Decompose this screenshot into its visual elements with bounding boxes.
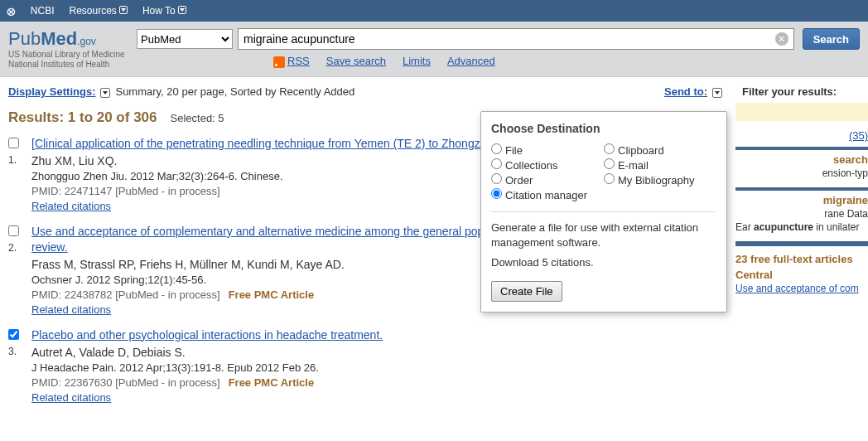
result-number: 1. [8, 154, 31, 166]
rss-icon [273, 56, 285, 68]
display-summary-text: Summary, 20 per page, Sorted by Recently… [115, 85, 354, 98]
resources-menu[interactable]: Resources [70, 5, 128, 17]
result-number: 2. [8, 242, 31, 254]
send-to-panel: Choose Destination File Collections Orde… [480, 111, 727, 313]
result-title-link[interactable]: Placebo and other psychological interact… [31, 328, 383, 342]
logo-subtitle-1: US National Library of Medicine [8, 50, 137, 60]
howto-menu[interactable]: How To [142, 5, 186, 17]
choose-destination-heading: Choose Destination [491, 122, 716, 135]
search-button[interactable]: Search [803, 28, 860, 50]
limits-link[interactable]: Limits [403, 55, 431, 67]
filter-results-label: Filter your results: [727, 85, 860, 98]
result-checkbox[interactable] [8, 225, 19, 236]
sidebar-line: ension-typ [735, 167, 868, 179]
free-pmc-badge: Free PMC Article [229, 376, 315, 389]
related-citations-link[interactable]: Related citations [31, 200, 111, 212]
chevron-down-icon [178, 6, 186, 14]
save-search-link[interactable]: Save search [326, 55, 386, 67]
related-citations-link[interactable]: Related citations [31, 391, 111, 404]
free-pmc-badge: Free PMC Article [229, 288, 315, 301]
dest-file[interactable]: File [491, 143, 604, 157]
dest-citation-manager[interactable]: Citation manager [491, 188, 604, 201]
sidebar-line[interactable]: Use and acceptance of com [735, 283, 868, 294]
sidebar-search-heading: search [735, 147, 868, 166]
result-checkbox[interactable] [8, 138, 19, 148]
ncbi-logo-icon: ⊗ [7, 2, 16, 20]
filter-highlight [735, 103, 868, 121]
dest-mybibliography[interactable]: My Bibliography [604, 173, 716, 187]
send-to-link[interactable]: Send to: [664, 85, 707, 98]
logo-subtitle-2: National Institutes of Health [8, 60, 137, 70]
dest-collections[interactable]: Collections [491, 158, 604, 172]
advanced-link[interactable]: Advanced [447, 55, 495, 67]
result-pmid: PMID: 22438782 [PubMed - in process] [31, 288, 220, 301]
result-authors: Autret A, Valade D, Debiais S. [31, 346, 721, 359]
result-pmid: PMID: 22367630 [PubMed - in process] [31, 376, 220, 389]
result-title-link[interactable]: [Clinical application of the penetrating… [31, 137, 535, 150]
sidebar-pmc-heading2: Central [735, 265, 868, 281]
related-citations-link[interactable]: Related citations [31, 303, 111, 316]
database-select[interactable]: PubMed [137, 29, 233, 49]
download-count-text: Download 5 citations. [491, 255, 716, 270]
result-pmid: PMID: 22471147 [PubMed - in process] [31, 185, 220, 197]
generate-file-text: Generate a file for use with external ci… [491, 220, 716, 250]
chevron-down-icon [119, 6, 128, 14]
display-settings-link[interactable]: Display Settings: [8, 85, 95, 98]
selected-count: Selected: 5 [171, 112, 224, 124]
clear-search-icon[interactable]: ✕ [775, 32, 788, 46]
result-item: 3. Placebo and other psychological inter… [8, 327, 721, 404]
ncbi-home-link[interactable]: NCBI [31, 5, 55, 17]
results-count: Results: 1 to 20 of 306 [8, 109, 157, 126]
dest-clipboard[interactable]: Clipboard [604, 143, 716, 157]
dest-order[interactable]: Order [491, 173, 604, 187]
search-input[interactable] [239, 30, 793, 48]
sidebar-line: Ear acupuncture in unilater [735, 221, 868, 233]
chevron-down-icon[interactable] [712, 88, 722, 98]
rss-link[interactable]: RSS [273, 55, 310, 68]
dest-email[interactable]: E-mail [604, 158, 716, 172]
result-number: 3. [8, 346, 31, 357]
sidebar-line: rane Data [735, 208, 868, 220]
pubmed-logo[interactable]: PubMed.gov US National Library of Medici… [8, 28, 137, 70]
result-source: J Headache Pain. 2012 Apr;13(3):191-8. E… [31, 361, 721, 374]
create-file-button[interactable]: Create File [491, 281, 562, 302]
sidebar-pmc-heading: 23 free full-text articles [735, 250, 868, 265]
result-checkbox[interactable] [8, 329, 19, 340]
sidebar-migraine-heading: migraine [735, 187, 868, 206]
filter-count-link[interactable]: (35) [849, 129, 868, 142]
chevron-down-icon[interactable] [100, 88, 110, 98]
